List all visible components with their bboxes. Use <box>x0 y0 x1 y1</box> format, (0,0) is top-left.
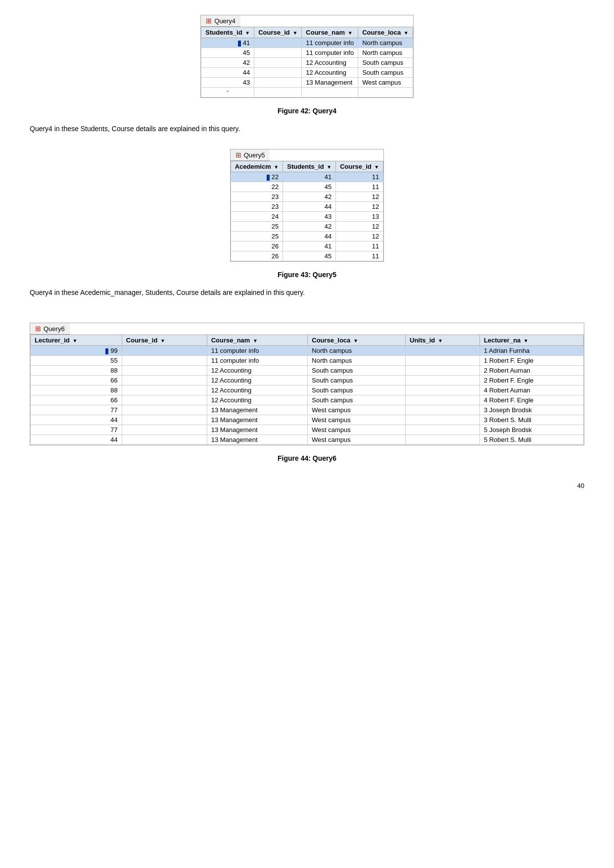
query6-row-9[interactable]: 77 13 Management West campus 5 Joseph Br… <box>31 425 584 435</box>
query6-tab[interactable]: ⊞ Query6 <box>30 323 70 335</box>
q5r5-students-id: 43 <box>283 212 336 222</box>
q4-new-course-name <box>302 88 358 97</box>
query5-row-5[interactable]: 24 43 13 <box>231 212 383 222</box>
query5-col-acedemicm[interactable]: Acedemicm ▼ <box>231 161 283 172</box>
q4r5-course-name: 13 Management <box>302 78 358 88</box>
query4-tab[interactable]: ⊞ Query4 <box>201 15 240 27</box>
query5-row-3[interactable]: 23 42 12 <box>231 192 383 202</box>
q4r1-course-id <box>254 38 302 48</box>
q4r4-course-id <box>254 68 302 78</box>
query4-row-4[interactable]: 44 12 Accounting South campus <box>201 68 413 78</box>
query6-row-1[interactable]: 99 11 computer info North campus 1 Adria… <box>31 346 584 356</box>
q6r3-units-id <box>406 366 480 376</box>
spacer <box>30 313 584 323</box>
query5-tab[interactable]: ⊞ Query5 <box>231 149 270 161</box>
q4r1-course-loca: North campus <box>358 38 413 48</box>
q6r5-units-id <box>406 386 480 395</box>
course-name-arrow: ▼ <box>348 30 353 36</box>
query5-row-6[interactable]: 25 42 12 <box>231 222 383 232</box>
query5-row-7[interactable]: 25 44 12 <box>231 232 383 241</box>
q6r1-units-id <box>406 346 480 356</box>
q6r9-course-name: 13 Management <box>207 425 308 435</box>
query6-row-6[interactable]: 66 12 Accounting South campus 4 Robert F… <box>31 395 584 405</box>
q6r2-units-id <box>406 356 480 366</box>
q6r3-lecturer-id: 88 <box>31 366 122 376</box>
query4-col-course-name[interactable]: Course_nam ▼ <box>302 27 358 38</box>
query5-col-course-id[interactable]: Course_id ▼ <box>336 161 383 172</box>
q6r3-course-id <box>122 366 207 376</box>
query4-tab-label: Query4 <box>214 17 236 25</box>
query5-body-text: Query4 in these Acedemic_manager, Studen… <box>30 288 584 298</box>
q6r10-course-name: 13 Management <box>207 435 308 445</box>
query5-table: Acedemicm ▼ Students_id ▼ Course_id ▼ 22… <box>231 161 384 261</box>
q6r1-course-id <box>122 346 207 356</box>
q6r7-course-name: 13 Management <box>207 405 308 415</box>
q4r3-course-loca: South campus <box>358 58 413 68</box>
q6r7-lecturer-id: 77 <box>31 405 122 415</box>
query4-row-1[interactable]: 41 11 computer info North campus <box>201 38 413 48</box>
q4r2-course-name: 11 computer info <box>302 48 358 58</box>
query6-row-2[interactable]: 55 11 computer info North campus 1 Rober… <box>31 356 584 366</box>
q6r2-lecturer-id: 55 <box>31 356 122 366</box>
q6r2-lecturer-name: 1 Robert F. Engle <box>479 356 583 366</box>
q5r3-course-id: 12 <box>336 192 383 202</box>
query4-row-5[interactable]: 43 13 Management West campus <box>201 78 413 88</box>
lecturer-id-arrow: ▼ <box>72 338 77 343</box>
query4-row-2[interactable]: 45 11 computer info North campus <box>201 48 413 58</box>
acedemicm-arrow: ▼ <box>274 164 279 170</box>
q6r2-course-loca: North campus <box>308 356 406 366</box>
q6r6-units-id <box>406 395 480 405</box>
query4-row-3[interactable]: 42 12 Accounting South campus <box>201 58 413 68</box>
q5r4-course-id: 12 <box>336 202 383 212</box>
q6r3-course-name: 12 Accounting <box>207 366 308 376</box>
q6r7-course-id <box>122 405 207 415</box>
query6-row-8[interactable]: 44 13 Management West campus 3 Robert S.… <box>31 415 584 425</box>
query6-col-units-id[interactable]: Units_id ▼ <box>406 335 480 346</box>
q4r3-students-id: 42 <box>201 58 254 68</box>
query6-row-3[interactable]: 88 12 Accounting South campus 2 Robert A… <box>31 366 584 376</box>
q6r8-course-loca: West campus <box>308 415 406 425</box>
q6r5-course-id <box>122 386 207 395</box>
q6r5-course-name: 12 Accounting <box>207 386 308 395</box>
q6r4-lecturer-name: 2 Robert F. Engle <box>479 376 583 386</box>
q6r10-course-loca: West campus <box>308 435 406 445</box>
query4-col-course-id[interactable]: Course_id ▼ <box>254 27 302 38</box>
query5-tab-label: Query5 <box>244 151 265 159</box>
q6r6-course-id <box>122 395 207 405</box>
query6-row-4[interactable]: 66 12 Accounting South campus 2 Robert F… <box>31 376 584 386</box>
query6-col-lecturer-name[interactable]: Lecturer_na ▼ <box>479 335 583 346</box>
query5-row-8[interactable]: 26 41 11 <box>231 241 383 251</box>
query4-header-row: Students_id ▼ Course_id ▼ Course_nam ▼ C… <box>201 27 413 38</box>
query5-row-4[interactable]: 23 44 12 <box>231 202 383 212</box>
q6r6-lecturer-id: 66 <box>31 395 122 405</box>
query6-row-5[interactable]: 88 12 Accounting South campus 4 Robert A… <box>31 386 584 395</box>
query4-col-students-id[interactable]: Students_id ▼ <box>201 27 254 38</box>
q6r7-course-loca: West campus <box>308 405 406 415</box>
q6r1-lecturer-id: 99 <box>31 346 122 356</box>
query6-row-10[interactable]: 44 13 Management West campus 5 Robert S.… <box>31 435 584 445</box>
query5-row-9[interactable]: 26 45 11 <box>231 251 383 261</box>
query6-col-lecturer-id[interactable]: Lecturer_id ▼ <box>31 335 122 346</box>
q6r10-lecturer-name: 5 Robert S. Mulli <box>479 435 583 445</box>
query5-col-students-id[interactable]: Students_id ▼ <box>283 161 336 172</box>
query6-col-course-id[interactable]: Course_id ▼ <box>122 335 207 346</box>
q5r8-course-id: 11 <box>336 241 383 251</box>
query5-row-1[interactable]: 22 41 11 <box>231 172 383 182</box>
query6-col-course-name[interactable]: Course_nam ▼ <box>207 335 308 346</box>
q5r3-students-id: 42 <box>283 192 336 202</box>
query6-row-7[interactable]: 77 13 Management West campus 3 Joseph Br… <box>31 405 584 415</box>
q6r1-course-name: 11 computer info <box>207 346 308 356</box>
query6-section: ⊞ Query6 Lecturer_id ▼ Course_id ▼ Cours… <box>30 323 584 462</box>
query5-row-2[interactable]: 22 45 11 <box>231 182 383 192</box>
q6r10-units-id <box>406 435 480 445</box>
query4-col-course-loca[interactable]: Course_loca ▼ <box>358 27 413 38</box>
q4r5-course-loca: West campus <box>358 78 413 88</box>
q4r2-students-id: 45 <box>201 48 254 58</box>
q5-course-id-arrow: ▼ <box>374 164 379 170</box>
q6r9-units-id <box>406 425 480 435</box>
query6-col-course-loca[interactable]: Course_loca ▼ <box>308 335 406 346</box>
q6r9-lecturer-id: 77 <box>31 425 122 435</box>
q6r8-lecturer-id: 44 <box>31 415 122 425</box>
query4-new-row[interactable]: * <box>201 88 413 97</box>
query5-header-row: Acedemicm ▼ Students_id ▼ Course_id ▼ <box>231 161 383 172</box>
